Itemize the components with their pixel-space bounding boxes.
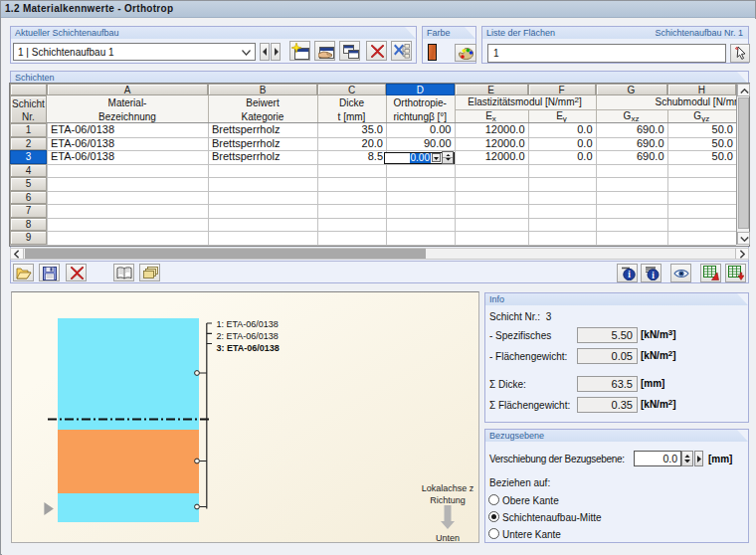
svg-text:i: i <box>628 270 631 279</box>
svg-text:i: i <box>652 270 655 279</box>
